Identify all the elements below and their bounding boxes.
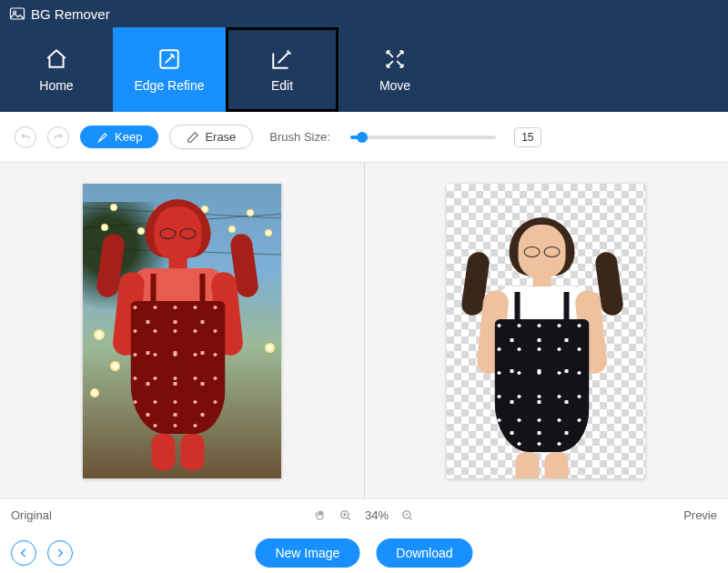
nav-edit[interactable]: Edit — [226, 27, 339, 112]
undo-button[interactable] — [15, 126, 36, 148]
brush-size-slider[interactable] — [350, 136, 496, 139]
move-icon — [383, 47, 407, 71]
keep-button[interactable]: Keep — [80, 126, 158, 148]
keep-label: Keep — [115, 130, 142, 144]
app-logo-icon — [9, 5, 25, 22]
chevron-left-icon — [17, 547, 30, 559]
hand-pan-icon[interactable] — [314, 509, 327, 522]
edit-icon — [270, 47, 294, 71]
original-image — [83, 184, 281, 478]
brush-size-label: Brush Size: — [269, 130, 329, 144]
nav-move[interactable]: Move — [339, 27, 451, 112]
status-bar: Original 34% Previe — [0, 498, 728, 531]
original-panel[interactable] — [0, 163, 365, 498]
canvas-area — [0, 162, 728, 498]
next-button[interactable] — [47, 540, 73, 566]
preview-image — [447, 184, 645, 478]
preview-panel[interactable] — [365, 163, 729, 498]
brush-keep-icon — [96, 131, 109, 144]
brush-size-value[interactable]: 15 — [514, 127, 541, 147]
original-label: Original — [11, 508, 52, 522]
new-image-button[interactable]: New Image — [255, 538, 359, 568]
nav-edit-label: Edit — [271, 78, 293, 93]
prev-button[interactable] — [11, 540, 36, 566]
main-nav: Home Edge Refine Edit Move — [0, 27, 728, 112]
footer-bar: New Image Download — [0, 531, 728, 573]
nav-home-label: Home — [39, 78, 73, 93]
erase-label: Erase — [205, 130, 236, 144]
home-icon — [45, 47, 68, 71]
app-title: BG Remover — [31, 6, 110, 22]
zoom-level: 34% — [365, 508, 389, 522]
app-brand: BG Remover — [0, 0, 728, 27]
toolbar: Keep Erase Brush Size: 15 — [0, 112, 728, 162]
edge-refine-icon — [157, 47, 181, 71]
eraser-icon — [187, 131, 199, 144]
preview-label: Previe — [683, 508, 717, 522]
nav-home[interactable]: Home — [0, 27, 113, 112]
slider-thumb[interactable] — [357, 132, 368, 143]
chevron-right-icon — [54, 547, 66, 559]
download-button[interactable]: Download — [376, 538, 472, 568]
undo-icon — [20, 132, 31, 143]
erase-button[interactable]: Erase — [169, 125, 253, 149]
redo-button[interactable] — [47, 126, 69, 148]
nav-edge-refine[interactable]: Edge Refine — [113, 27, 226, 112]
redo-icon — [53, 132, 64, 143]
nav-edge-refine-label: Edge Refine — [134, 78, 204, 93]
zoom-out-icon[interactable] — [401, 509, 414, 522]
zoom-in-icon[interactable] — [339, 509, 352, 522]
nav-move-label: Move — [379, 78, 410, 93]
